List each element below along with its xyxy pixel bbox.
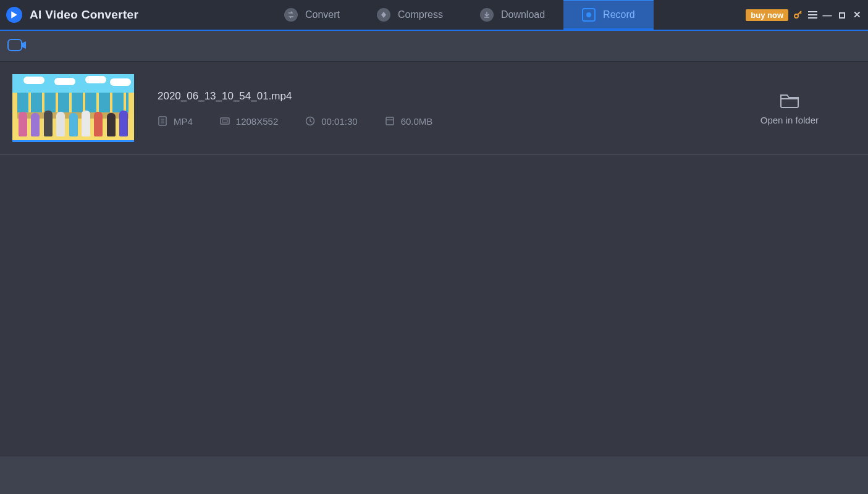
tab-convert[interactable]: Convert [266,0,358,30]
titlebar: AI Video Converter Convert Compress Down… [0,0,868,31]
meta-duration: 00:01:30 [305,116,357,127]
open-in-folder-button[interactable]: Open in folder [761,91,856,125]
tab-record[interactable]: Record [563,0,654,30]
app-title: AI Video Converter [30,8,138,22]
meta-format: MP4 [158,116,193,127]
svg-rect-1 [8,40,22,51]
buy-now-button[interactable]: buy now [746,9,788,21]
logo-block: AI Video Converter [0,7,161,23]
svg-rect-3 [221,118,229,124]
maximize-button[interactable] [837,10,847,20]
file-name: 2020_06_13_10_54_01.mp4 [158,90,761,103]
camera-record-icon[interactable] [7,38,27,55]
meta-size-value: 60.0MB [401,116,433,127]
file-meta: MP4 1208X552 00:01:30 60.0MB [158,116,761,127]
file-row[interactable]: 2020_06_13_10_54_01.mp4 MP4 1208X552 00:… [0,62,868,155]
minimize-button[interactable]: — [822,10,832,20]
svg-rect-6 [386,117,394,125]
resolution-icon [220,116,230,126]
svg-rect-4 [222,120,227,122]
tab-convert-label: Convert [305,9,340,20]
window-controls: buy now — ✕ [746,9,868,21]
folder-icon [779,91,800,109]
tab-compress-label: Compress [398,9,443,20]
size-icon [385,116,395,126]
key-icon[interactable] [793,9,803,21]
download-icon [480,8,494,22]
tab-compress[interactable]: Compress [358,0,461,30]
file-info: 2020_06_13_10_54_01.mp4 MP4 1208X552 00:… [158,90,761,127]
tab-download[interactable]: Download [461,0,563,30]
open-in-folder-label: Open in folder [761,115,819,125]
convert-icon [284,8,298,22]
close-button[interactable]: ✕ [852,9,862,20]
video-thumbnail[interactable] [12,74,134,142]
content-area: 2020_06_13_10_54_01.mp4 MP4 1208X552 00:… [0,62,868,456]
tab-download-label: Download [501,9,545,20]
main-nav: Convert Compress Download Record [266,0,654,30]
footer [0,456,868,494]
compress-icon [377,8,390,22]
tab-record-label: Record [603,9,635,20]
meta-size: 60.0MB [385,116,433,127]
meta-resolution-value: 1208X552 [236,116,278,127]
record-icon [582,8,596,22]
meta-resolution: 1208X552 [220,116,278,127]
menu-icon[interactable] [808,11,817,19]
meta-duration-value: 00:01:30 [321,116,357,127]
toolbar [0,31,868,62]
clock-icon [305,116,315,126]
meta-format-value: MP4 [174,116,193,127]
file-icon [158,116,167,126]
app-logo-icon [6,7,22,23]
